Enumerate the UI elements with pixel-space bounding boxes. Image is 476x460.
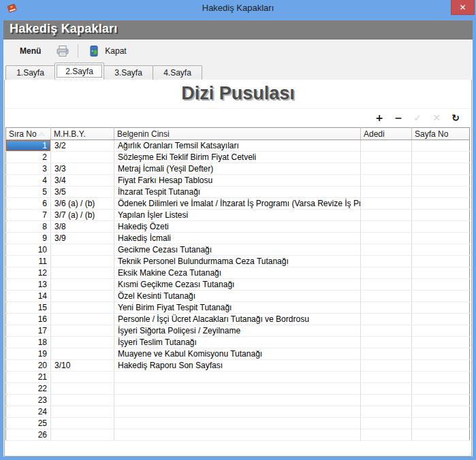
- grid-cell-sira[interactable]: 9: [6, 233, 51, 244]
- close-button[interactable]: ✕: [451, 0, 475, 15]
- grid-cell-sira[interactable]: 13: [6, 279, 51, 291]
- grid-cell-belge[interactable]: Özel Kesinti Tutanağı: [114, 291, 361, 302]
- grid-cell-adedi[interactable]: [361, 291, 412, 302]
- grid-cell-sira[interactable]: 8: [6, 221, 51, 233]
- grid-cell-adedi[interactable]: [361, 163, 412, 175]
- grid-cell-sira[interactable]: 10: [6, 244, 51, 256]
- delete-record-button[interactable]: −: [392, 112, 404, 124]
- grid-cell-adedi[interactable]: [361, 152, 412, 163]
- grid-cell-sayfa[interactable]: [412, 314, 470, 325]
- grid-cell-sayfa[interactable]: [412, 152, 470, 163]
- grid-cell-belge[interactable]: Muayene ve Kabul Komisyonu Tutanağı: [114, 348, 361, 360]
- grid-cell-adedi[interactable]: [361, 175, 412, 186]
- grid-cell-sira[interactable]: 24: [6, 406, 51, 418]
- grid-cell-belge[interactable]: İşyeri Siğorta Poliçesi / Zeyilname: [114, 325, 361, 337]
- grid-cell-adedi[interactable]: [361, 198, 412, 210]
- grid-cell-adedi[interactable]: [361, 360, 412, 372]
- grid-cell-sira[interactable]: 7: [6, 210, 51, 221]
- column-header-mhby[interactable]: M.H.B.Y.: [51, 128, 114, 140]
- grid-cell-sira[interactable]: 21: [6, 372, 51, 383]
- grid-cell-belge[interactable]: Hakediş Özeti: [114, 221, 361, 233]
- grid-cell-belge[interactable]: Sözleşme Eki Teklif Birim Fiyat Cetveli: [114, 152, 361, 163]
- column-header-sira-no[interactable]: Sıra No: [6, 128, 51, 140]
- grid-cell-belge[interactable]: [114, 395, 361, 406]
- grid-cell-mhby[interactable]: 3/5: [51, 186, 114, 198]
- grid-cell-belge[interactable]: Fiyat Farkı Hesap Tablosu: [114, 175, 361, 186]
- grid-cell-belge[interactable]: [114, 372, 361, 383]
- grid-cell-sayfa[interactable]: [412, 175, 470, 186]
- grid-cell-mhby[interactable]: 3/7 (a) / (b): [51, 210, 114, 221]
- grid-cell-sayfa[interactable]: [412, 221, 470, 233]
- grid-cell-adedi[interactable]: [361, 372, 412, 383]
- grid-cell-sayfa[interactable]: [412, 140, 470, 152]
- tab-sayfa-3[interactable]: 3.Sayfa: [104, 65, 153, 80]
- grid-cell-sayfa[interactable]: [412, 337, 470, 348]
- grid-cell-sayfa[interactable]: [412, 418, 470, 429]
- grid-cell-adedi[interactable]: [361, 233, 412, 244]
- grid-cell-adedi[interactable]: [361, 256, 412, 267]
- grid-cell-adedi[interactable]: [361, 325, 412, 337]
- grid-cell-adedi[interactable]: [361, 383, 412, 395]
- grid-cell-belge[interactable]: [114, 429, 361, 441]
- grid-cell-adedi[interactable]: [361, 406, 412, 418]
- grid-cell-mhby[interactable]: [51, 291, 114, 302]
- grid-cell-adedi[interactable]: [361, 337, 412, 348]
- grid-cell-sira[interactable]: 18: [6, 337, 51, 348]
- grid-cell-sayfa[interactable]: [412, 198, 470, 210]
- grid-cell-belge[interactable]: Gecikme Cezası Tutanağı: [114, 244, 361, 256]
- grid-cell-sayfa[interactable]: [412, 395, 470, 406]
- cancel-record-button[interactable]: ✕: [430, 112, 443, 124]
- grid-cell-mhby[interactable]: 3/4: [51, 175, 114, 186]
- grid-cell-sira[interactable]: 1: [6, 140, 51, 152]
- grid-cell-belge[interactable]: İşyeri Teslim Tutanağı: [114, 337, 361, 348]
- grid-cell-mhby[interactable]: [51, 372, 114, 383]
- grid-cell-belge[interactable]: Personle / İşçi Ücret Alacakları Tutanağ…: [114, 314, 361, 325]
- grid-cell-mhby[interactable]: [51, 383, 114, 395]
- post-record-button[interactable]: ✓: [411, 112, 424, 124]
- grid-cell-sira[interactable]: 17: [6, 325, 51, 337]
- grid-cell-sira[interactable]: 5: [6, 186, 51, 198]
- grid-cell-belge[interactable]: Hakediş İcmali: [114, 233, 361, 244]
- grid-cell-belge[interactable]: [114, 418, 361, 429]
- grid-cell-adedi[interactable]: [361, 418, 412, 429]
- grid-cell-adedi[interactable]: [361, 210, 412, 221]
- grid-cell-mhby[interactable]: [51, 395, 114, 406]
- grid-cell-mhby[interactable]: [51, 418, 114, 429]
- grid-cell-belge[interactable]: Eksik Makine Ceza Tutanağı: [114, 267, 361, 279]
- grid-cell-mhby[interactable]: [51, 302, 114, 314]
- grid-cell-adedi[interactable]: [361, 314, 412, 325]
- grid-cell-sira[interactable]: 15: [6, 302, 51, 314]
- grid-cell-sayfa[interactable]: [412, 244, 470, 256]
- grid-cell-mhby[interactable]: 3/9: [51, 233, 114, 244]
- grid-cell-sira[interactable]: 4: [6, 175, 51, 186]
- grid-cell-sira[interactable]: 2: [6, 152, 51, 163]
- grid-cell-sayfa[interactable]: [412, 302, 470, 314]
- grid-cell-adedi[interactable]: [361, 348, 412, 360]
- grid-cell-sayfa[interactable]: [412, 279, 470, 291]
- grid-cell-sira[interactable]: 20: [6, 360, 51, 372]
- grid-cell-sayfa[interactable]: [412, 429, 470, 441]
- grid-cell-sira[interactable]: 12: [6, 267, 51, 279]
- column-header-adedi[interactable]: Adedi: [361, 128, 412, 140]
- grid-cell-sayfa[interactable]: [412, 210, 470, 221]
- column-header-sayfa-no[interactable]: Sayfa No: [412, 128, 470, 140]
- grid-cell-mhby[interactable]: [51, 406, 114, 418]
- grid-cell-sira[interactable]: 25: [6, 418, 51, 429]
- grid-cell-sayfa[interactable]: [412, 186, 470, 198]
- grid-cell-belge[interactable]: Kısmi Geçikme Cezası Tutanağı: [114, 279, 361, 291]
- grid-cell-sira[interactable]: 23: [6, 395, 51, 406]
- grid-cell-sira[interactable]: 3: [6, 163, 51, 175]
- grid-cell-belge[interactable]: Yeni Birim Fiyat Tespit Tutanağı: [114, 302, 361, 314]
- menu-button[interactable]: Menü: [14, 44, 46, 59]
- grid-cell-sira[interactable]: 19: [6, 348, 51, 360]
- grid-cell-belge[interactable]: Yapılan İşler Listesi: [114, 210, 361, 221]
- grid-cell-sayfa[interactable]: [412, 267, 470, 279]
- grid-cell-belge[interactable]: Ödenek Dilimleri ve İmalat / İhzarat İş …: [114, 198, 361, 210]
- grid-cell-sayfa[interactable]: [412, 233, 470, 244]
- grid-cell-adedi[interactable]: [361, 395, 412, 406]
- grid-cell-mhby[interactable]: [51, 244, 114, 256]
- grid-cell-sayfa[interactable]: [412, 348, 470, 360]
- grid-cell-sira[interactable]: 26: [6, 429, 51, 441]
- grid-cell-mhby[interactable]: 3/6 (a) / (b): [51, 198, 114, 210]
- grid-cell-sayfa[interactable]: [412, 256, 470, 267]
